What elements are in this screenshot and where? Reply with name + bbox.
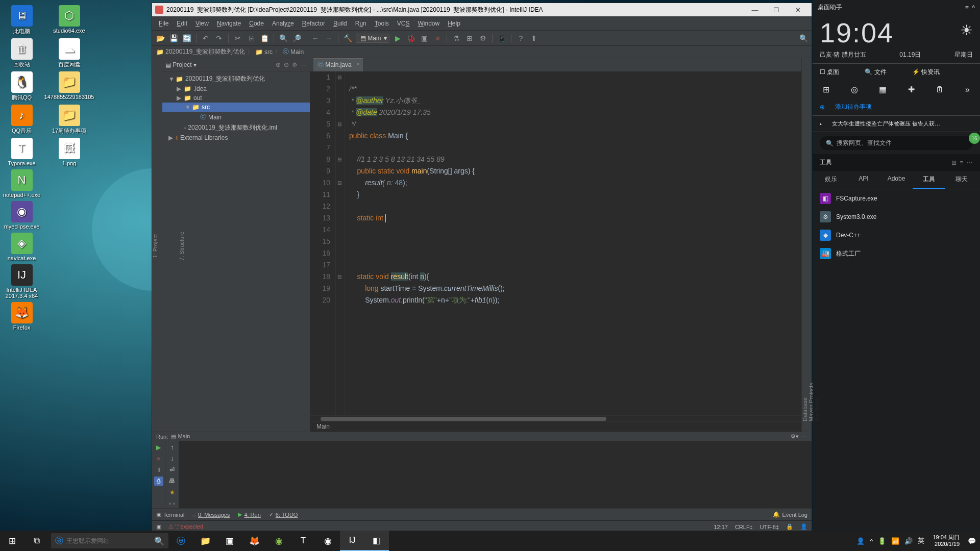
tab-main-java[interactable]: ⓒ Main.java× [313,58,363,71]
tray-notifications-icon[interactable]: 💬 [968,537,976,545]
pause-icon[interactable]: ⏸ [154,465,163,474]
tab-messages[interactable]: ≡ 0: Messages [193,512,230,518]
menu-vcs[interactable]: VCS [394,18,413,29]
structure-icon[interactable]: ⊞ [464,33,475,43]
desktop-icon-folder1[interactable]: 📁1478855229183105 [50,71,88,102]
breadcrumb-main[interactable]: ⓒ Main [283,47,304,56]
run-settings-icon[interactable]: ⚙▾ [791,433,799,440]
forward-icon[interactable]: → [324,33,334,43]
tool-item-devcpp[interactable]: ◆Dev-C++ [813,226,980,244]
tab-terminal[interactable]: ▣ Terminal [156,511,185,518]
save-icon[interactable]: 💾 [168,33,179,43]
fold-gutter[interactable]: ⊟ ⊟ ⊟ ⊟ ⊟ [336,71,345,415]
back-icon[interactable]: ← [310,33,321,43]
add-todo-link[interactable]: ⊕ 添加待办事项 [813,98,980,115]
side-tab-database[interactable]: Database [802,62,808,421]
update-icon[interactable]: ⬆ [529,33,539,43]
sync-icon[interactable]: 🔄 [182,33,192,43]
desktop-icon-recycle[interactable]: 🗑回收站 [3,38,41,68]
task-view-icon[interactable]: ⧉ [24,531,49,551]
widget-nav-file[interactable]: 🔍 文件 [865,68,886,77]
down-icon[interactable]: ↓ [167,454,177,463]
run-output[interactable] [179,441,812,508]
tab-run[interactable]: ▶ 4: Run [238,511,260,518]
task-intellij[interactable]: IJ [340,531,364,551]
editor-breadcrumb[interactable]: Main [310,421,801,432]
menu-tools[interactable]: Tools [371,18,393,29]
wtab-tools[interactable]: 工具 [913,171,945,189]
view-list-icon[interactable]: ≡ [960,159,963,166]
menu-view[interactable]: View [192,18,212,29]
status-hector-icon[interactable]: 👤 [800,523,807,530]
news-headline[interactable]: • 女大学生遭性侵坠亡尸体被碾压 被告人获… [813,115,980,132]
task-firefox[interactable]: 🦊 [242,531,266,551]
titlebar[interactable]: 20200119_斐波那契数列优化 [D:\ideaProject\202001… [152,3,812,16]
add-icon[interactable]: ✚ [908,85,915,94]
taskbar-search[interactable]: ⓔ 🔍 [51,533,168,548]
tool-window-quick-access-icon[interactable]: ▣ [156,523,161,530]
menu-build[interactable]: Build [330,18,351,29]
layout-icon[interactable]: ▦ [879,85,887,94]
widget-nav-news[interactable]: ⚡ 快资讯 [912,68,940,77]
expand-icon[interactable]: » » [167,499,177,508]
status-error[interactable]: ⚠ ';' expected [168,523,203,530]
widget-search[interactable]: 🔍 搜索网页、查找文件 [820,136,973,150]
wtab-entertainment[interactable]: 娱乐 [815,171,847,189]
wtab-adobe[interactable]: Adobe [880,171,913,189]
breadcrumb-root[interactable]: 📁 20200119_斐波那契数列优化 [156,47,245,56]
desktop-icon-baidu[interactable]: ☁百度网盘 [50,38,88,68]
undo-icon[interactable]: ↶ [201,33,211,43]
side-tab-structure[interactable]: 7: Structure [179,232,185,261]
tray-battery-icon[interactable]: 🔋 [878,537,886,545]
menu-navigate[interactable]: Navigate [213,18,244,29]
tray-wifi-icon[interactable]: 📶 [891,537,899,545]
task-fscapture[interactable]: ◧ [364,531,389,551]
task-explorer[interactable]: 📁 [193,531,217,551]
view-grid-icon[interactable]: ⊞ [951,159,957,166]
close-tab-icon[interactable]: × [357,61,360,67]
side-tab-project[interactable]: 1: Project [152,234,158,258]
tool-item-formatfactory[interactable]: 🏭格式工厂 [813,244,980,263]
desktop-icon-qqmusic[interactable]: ♪QQ音乐 [3,105,41,135]
debug-icon[interactable]: 🐞 [406,33,416,43]
menu-help[interactable]: Help [444,18,464,29]
maximize-button[interactable]: ☐ [766,3,787,16]
scroll-from-source-icon[interactable]: ⊕ [276,61,281,68]
search-everywhere-icon[interactable]: 🔍 [798,33,808,43]
close-button[interactable]: ✕ [787,3,808,16]
build-icon[interactable]: 🔨 [342,33,353,43]
minimize-button[interactable]: ― [744,3,766,16]
replace-icon[interactable]: 🔎 [291,33,302,43]
menu-refactor[interactable]: Refactor [299,18,329,29]
view-more-icon[interactable]: ⋯ [967,159,973,166]
start-button[interactable]: ⊞ [0,531,24,551]
tool-item-system3[interactable]: ⚙System3.0.exe [813,208,980,226]
stop-icon[interactable]: ■ [432,33,443,43]
code-editor[interactable]: 1234▶567▶891011121314151617181920 ⊟ ⊟ ⊟ … [310,71,801,415]
widget-nav-desktop[interactable]: ☐ 桌面 [820,68,839,77]
tray-people-icon[interactable]: 👤 [856,537,865,545]
task-edge[interactable]: ⓔ [168,531,193,551]
desktop-icon-qq[interactable]: 🐧腾讯QQ [3,71,41,102]
search-input[interactable] [66,537,151,544]
desktop-icon-intellij[interactable]: IJIntelliJ IDEA 2017.3.4 x64 [3,264,41,299]
weather-icon[interactable]: ☀ [960,17,973,39]
status-lock-icon[interactable]: 🔒 [786,523,793,530]
target-icon[interactable]: ◎ [851,85,858,94]
tab-todo[interactable]: ✓ 6: TODO [269,511,298,518]
fav-icon[interactable]: ★ [167,488,177,497]
desktop-icon-myeclipse[interactable]: ◉myeclipse.exe [3,201,41,230]
rerun-icon[interactable]: ▶ [154,443,163,452]
paste-icon[interactable]: 📋 [259,33,270,43]
news-badge[interactable]: 16 [969,133,980,144]
calendar-icon[interactable]: 🗓 [936,85,944,94]
redo-icon[interactable]: ↷ [214,33,224,43]
menu-window[interactable]: Window [414,18,443,29]
task-spring[interactable]: ◉ [266,531,291,551]
desktop-icon-firefox[interactable]: 🦊Firefox [3,302,41,331]
desktop-icon-navicat[interactable]: ◈navicat.exe [3,233,41,261]
stop-run-icon[interactable]: ■ [154,454,163,463]
tray-ime-lang[interactable]: 英 [918,536,924,545]
help-icon[interactable]: ? [516,33,526,43]
grid-icon[interactable]: ⊞ [823,85,829,94]
